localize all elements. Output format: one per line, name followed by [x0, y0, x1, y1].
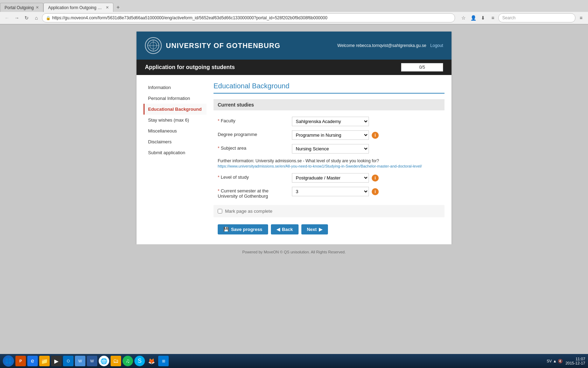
sidebar-item-personal-information[interactable]: Personal Information: [144, 93, 206, 104]
svg-rect-4: [6, 358, 8, 361]
required-star: *: [218, 175, 221, 180]
further-info-link[interactable]: https://www.universityadmissions.se/en/A…: [218, 164, 440, 168]
faculty-control: Sahlgrenska Academy Faculty of Arts Facu…: [292, 117, 440, 126]
sidebar-item-stay-wishes[interactable]: Stay wishes (max 6): [144, 115, 206, 125]
taskbar-clock: 11:07 2015-12-17: [566, 357, 585, 365]
form-layout: Information Personal Information Educati…: [136, 75, 451, 244]
sidebar-item-information[interactable]: Information: [144, 82, 206, 93]
taskbar-powerpoint-icon[interactable]: P: [15, 356, 26, 366]
level-of-study-select[interactable]: Postgraduate / Master Bachelor Doctoral: [292, 173, 369, 183]
current-semester-control: 1 2 3 4 5 6 7 8 i: [292, 187, 440, 196]
required-star: *: [218, 118, 221, 123]
taskbar-windows2-icon[interactable]: ⊞: [158, 356, 169, 366]
taskbar-skype-icon[interactable]: S: [134, 356, 145, 366]
settings-icon[interactable]: ≡: [489, 14, 497, 22]
sidebar-item-submit-application[interactable]: Submit application: [144, 147, 206, 158]
taskbar-windows-icon[interactable]: W: [75, 356, 85, 366]
taskbar-spotify-icon[interactable]: ♫: [122, 356, 133, 366]
app-subheader: Application for outgoing students 0/5: [136, 60, 451, 75]
taskbar-media-icon[interactable]: ▶: [51, 356, 62, 366]
sidebar: Information Personal Information Educati…: [144, 82, 206, 237]
subject-area-select[interactable]: Nursing Science Medicine Dentistry Publi…: [292, 144, 369, 154]
sidebar-item-disclaimers[interactable]: Disclaimers: [144, 136, 206, 147]
semester-info-icon[interactable]: i: [372, 188, 379, 195]
form-title: Educational Background: [214, 82, 444, 94]
user-icon[interactable]: 👤: [469, 14, 477, 22]
save-progress-button[interactable]: 💾 Save progress: [218, 224, 268, 234]
sidebar-item-miscellaneous[interactable]: Miscellaneous: [144, 125, 206, 136]
tab-close-icon[interactable]: ✕: [106, 5, 109, 10]
forward-button[interactable]: →: [13, 14, 21, 22]
menu-button[interactable]: ≡: [577, 14, 585, 22]
required-star: *: [218, 188, 221, 193]
progress-bar: 0/5: [401, 63, 443, 71]
taskbar-folder2-icon[interactable]: 🗂: [111, 356, 121, 366]
taskbar-tray: SV ▲ 🔇: [547, 359, 563, 363]
app-title: Application for outgoing students: [145, 64, 235, 70]
nav-bar: ← → ↻ ⌂ 🔒 https://gu.moveon4.com/form/56…: [0, 12, 588, 24]
level-of-study-control: Postgraduate / Master Bachelor Doctoral …: [292, 173, 440, 183]
next-button[interactable]: Next ▶: [301, 224, 328, 234]
faculty-select[interactable]: Sahlgrenska Academy Faculty of Arts Facu…: [292, 117, 369, 126]
required-star: *: [218, 145, 221, 151]
sidebar-item-educational-background[interactable]: Educational Background: [144, 104, 206, 115]
svg-rect-7: [9, 361, 11, 364]
nav-icons: ☆ 👤 ⬇ ≡: [459, 14, 497, 22]
logout-link[interactable]: Logout: [430, 43, 443, 48]
taskbar-chrome-icon[interactable]: 🌐: [99, 356, 109, 366]
degree-programme-label: Degree programme: [218, 130, 288, 137]
degree-info-icon[interactable]: i: [372, 132, 379, 139]
taskbar-word-icon[interactable]: W: [87, 356, 97, 366]
current-semester-row: * Current semester at the University of …: [214, 185, 444, 201]
mark-complete-label[interactable]: Mark page as complete: [225, 209, 272, 214]
url-bar[interactable]: 🔒 https://gu.moveon4.com/form/5631d8e73d…: [42, 13, 455, 22]
university-header: UNIVERSITY OF GOTHENBURG Welcome rebecca…: [136, 32, 451, 60]
progress-text: 0/5: [419, 65, 425, 70]
form-main: Educational Background Current studies *…: [214, 82, 444, 237]
faculty-label: * Faculty: [218, 117, 288, 123]
search-placeholder: Search: [502, 15, 516, 20]
browser-chrome: Portal Outgoing ✕ Application form Outgo…: [0, 0, 588, 25]
mark-complete-checkbox[interactable]: [218, 209, 222, 213]
subject-area-label: * Subject area: [218, 144, 288, 151]
svg-rect-6: [6, 361, 8, 364]
taskbar-outlook-icon[interactable]: O: [63, 356, 74, 366]
new-tab-button[interactable]: +: [113, 3, 122, 12]
subject-area-row: * Subject area Nursing Science Medicine …: [214, 142, 444, 156]
tab-application-form[interactable]: Application form Outgoing Stu... ✕: [43, 3, 113, 12]
next-arrow-icon: ▶: [319, 227, 322, 232]
level-info-icon[interactable]: i: [372, 175, 379, 182]
back-button[interactable]: ◀ Back: [271, 224, 299, 234]
back-button[interactable]: ←: [3, 14, 11, 22]
footer: Powered by MoveON © QS unisolution. All …: [0, 244, 588, 260]
uni-logo: [145, 37, 162, 54]
download-icon[interactable]: ⬇: [479, 14, 487, 22]
start-button[interactable]: [3, 355, 14, 367]
mark-complete-row: Mark page as complete: [214, 205, 444, 217]
degree-programme-row: Degree programme Programme in Nursing Pr…: [214, 128, 444, 142]
tab-close-icon[interactable]: ✕: [36, 5, 39, 10]
further-info: Further information: University admissio…: [214, 156, 444, 171]
further-info-text: Further information: University admissio…: [218, 158, 379, 163]
lock-icon: 🔒: [46, 16, 51, 20]
section-header: Current studies: [214, 99, 444, 110]
taskbar: P e 📁 ▶ O W W 🌐 🗂 ♫ S 🦊 ⊞ SV ▲ 🔇 11:07 2…: [0, 354, 588, 368]
degree-programme-select[interactable]: Programme in Nursing Programme in Medici…: [292, 130, 369, 140]
subject-area-control: Nursing Science Medicine Dentistry Publi…: [292, 144, 440, 154]
tab-portal-outgoing[interactable]: Portal Outgoing ✕: [0, 3, 43, 12]
current-semester-select[interactable]: 1 2 3 4 5 6 7 8: [292, 187, 369, 196]
refresh-button[interactable]: ↻: [22, 14, 31, 22]
home-button[interactable]: ⌂: [32, 14, 41, 22]
welcome-text: Welcome rebecca.tornqvist@sahlgrenska.gu…: [337, 43, 426, 48]
faculty-row: * Faculty Sahlgrenska Academy Faculty of…: [214, 115, 444, 128]
search-bar[interactable]: Search: [498, 13, 575, 22]
taskbar-ie-icon[interactable]: e: [27, 356, 38, 366]
bookmark-icon[interactable]: ☆: [459, 14, 468, 22]
taskbar-firefox-icon[interactable]: 🦊: [146, 356, 157, 366]
taskbar-folder-icon[interactable]: 📁: [39, 356, 50, 366]
uni-logo-area: UNIVERSITY OF GOTHENBURG: [145, 37, 280, 54]
degree-programme-control: Programme in Nursing Programme in Medici…: [292, 130, 440, 140]
back-arrow-icon: ◀: [276, 227, 280, 232]
university-name: UNIVERSITY OF GOTHENBURG: [166, 42, 280, 50]
taskbar-right: SV ▲ 🔇 11:07 2015-12-17: [547, 357, 585, 365]
